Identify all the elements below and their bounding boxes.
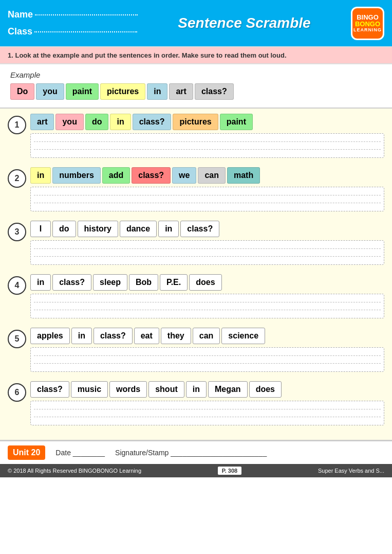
logo-text2: BONGO [355, 21, 380, 27]
answer-line [34, 149, 381, 150]
question-word: sleep [93, 274, 127, 291]
answer-line [34, 248, 381, 249]
question-word: art [30, 114, 54, 130]
question-word: does [249, 381, 282, 398]
question-block: 3Idohistorydanceinclass? [8, 221, 384, 265]
question-number: 5 [8, 330, 26, 348]
question-word-row: inclass?sleepBobP.E.does [30, 274, 384, 291]
question-number: 1 [8, 116, 26, 134]
question-block: 2innumbersaddclass?wecanmath [8, 167, 384, 211]
footer-page: P. 308 [218, 467, 241, 475]
question-word: Megan [208, 381, 248, 398]
answer-line [34, 302, 381, 302]
question-word: class? [52, 274, 91, 291]
footer-copyright: © 2018 All Rights Reserved BINGOBONGO Le… [8, 468, 141, 474]
footer-unit: Unit 20 Date ________ Signature/Stamp __… [0, 440, 392, 464]
question-word: we [172, 167, 196, 184]
question-word: in [30, 167, 51, 184]
example-word: paint [66, 83, 99, 100]
question-word: in [110, 114, 130, 130]
example-word: pictures [100, 83, 145, 100]
question-word: do [85, 114, 109, 130]
question-block: 6class?musicwordsshoutinMegandoes [8, 381, 384, 425]
footer-bottom: © 2018 All Rights Reserved BINGOBONGO Le… [0, 464, 392, 477]
question-word-row: artyoudoinclass?picturespaint [30, 114, 384, 130]
answer-line [34, 409, 381, 409]
question-number: 2 [8, 169, 26, 188]
answer-line [34, 363, 381, 364]
question-word: class? [180, 221, 219, 237]
question-word: add [102, 167, 130, 184]
example-word: Do [10, 83, 34, 100]
question-content: class?musicwordsshoutinMegandoes [30, 381, 384, 425]
answer-lines[interactable] [30, 401, 384, 425]
answer-line [34, 141, 381, 142]
question-word: music [71, 381, 108, 398]
question-word: Bob [129, 274, 158, 291]
question-word: in [71, 328, 92, 344]
question-word: apples [30, 328, 70, 344]
question-word: in [186, 381, 207, 398]
question-content: applesinclass?eattheycanscience [30, 328, 384, 372]
class-line: Class [8, 26, 138, 37]
name-label: Name [8, 9, 33, 20]
footer-subtitle: Super Easy Verbs and S... [318, 468, 384, 474]
question-word: does [189, 274, 221, 291]
question-word: dance [120, 221, 157, 237]
question-block: 1artyoudoinclass?picturespaint [8, 114, 384, 158]
example-section: Example Doyoupaintpicturesinartclass? [0, 64, 392, 109]
question-word: class? [132, 167, 171, 184]
answer-lines[interactable] [30, 240, 384, 265]
answer-lines[interactable] [30, 294, 384, 318]
question-word: can [193, 328, 220, 344]
question-word: math [227, 167, 260, 184]
question-block: 5applesinclass?eattheycanscience [8, 328, 384, 372]
answer-lines[interactable] [30, 347, 384, 372]
instruction-text: 1. Look at the example and put the sente… [8, 51, 287, 59]
question-word: you [55, 114, 83, 130]
example-word: art [169, 83, 193, 100]
footer-date: Date ________ [55, 449, 105, 457]
question-word: class? [133, 114, 172, 130]
question-word: numbers [52, 167, 101, 184]
question-word: eat [134, 328, 159, 344]
unit-badge: Unit 20 [8, 445, 45, 460]
logo-text3: LEARNING [353, 27, 382, 32]
answer-line [34, 256, 381, 257]
question-word-row: innumbersaddclass?wecanmath [30, 167, 384, 184]
footer-signature: Signature/Stamp ________________________ [115, 449, 384, 457]
question-word: shout [148, 381, 184, 398]
question-content: innumbersaddclass?wecanmath [30, 167, 384, 211]
page-title: Sentence Scramble [138, 15, 351, 31]
title-section: Sentence Scramble [138, 15, 351, 31]
answer-line [34, 203, 381, 203]
example-label: Example [10, 70, 382, 79]
question-word: words [109, 381, 147, 398]
question-block: 4inclass?sleepBobP.E.does [8, 274, 384, 318]
question-word: P.E. [160, 274, 188, 291]
question-number: 6 [8, 383, 26, 402]
question-word: do [52, 221, 76, 237]
question-word: class? [30, 381, 69, 398]
name-line: Name [8, 9, 138, 20]
answer-lines[interactable] [30, 133, 384, 158]
question-word: history [78, 221, 118, 237]
header: Name Class Sentence Scramble BINGO BONGO… [0, 0, 392, 46]
instruction-bar: 1. Look at the example and put the sente… [0, 46, 392, 64]
question-word: they [161, 328, 191, 344]
question-content: artyoudoinclass?picturespaint [30, 114, 384, 158]
example-word-row: Doyoupaintpicturesinartclass? [10, 83, 382, 100]
question-word: science [221, 328, 265, 344]
answer-lines[interactable] [30, 187, 384, 211]
question-content: Idohistorydanceinclass? [30, 221, 384, 265]
question-number: 4 [8, 276, 26, 295]
answer-line [34, 310, 381, 310]
logo: BINGO BONGO LEARNING [351, 7, 384, 40]
class-label: Class [8, 26, 32, 37]
name-class-section: Name Class [8, 9, 138, 37]
question-word: paint [220, 114, 253, 130]
question-word: pictures [173, 114, 218, 130]
name-dotted-line [35, 14, 138, 15]
example-word: you [36, 83, 64, 100]
question-word: class? [94, 328, 133, 344]
